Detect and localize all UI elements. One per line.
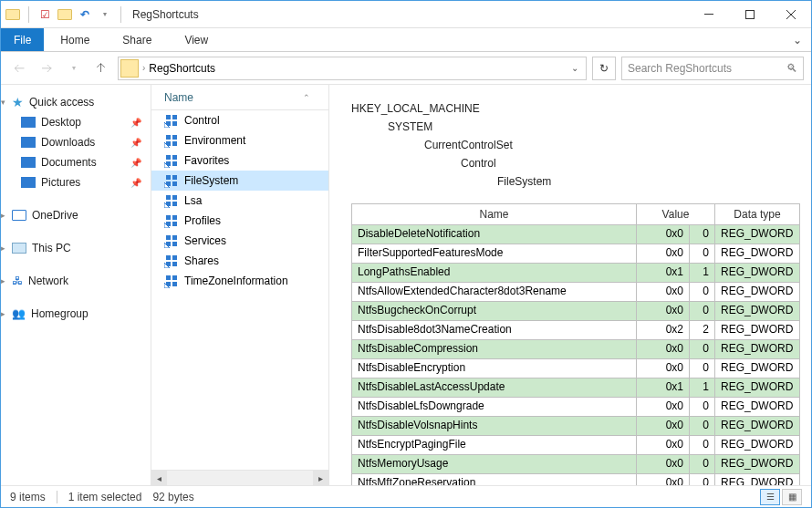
registry-values-table: Name Value Data type DisableDeleteNotifi…: [351, 203, 800, 485]
status-selected-count: 1 item selected: [68, 491, 142, 503]
ribbon-file-tab[interactable]: File: [1, 28, 44, 51]
shortcut-icon: [164, 274, 179, 288]
svg-rect-1: [745, 10, 754, 18]
qat-undo-icon[interactable]: ↶: [77, 6, 93, 23]
table-header-type[interactable]: Data type: [715, 204, 799, 224]
table-row[interactable]: DisableDeleteNotification0x00REG_DWORD: [352, 225, 799, 244]
forward-button[interactable]: 🡢: [36, 57, 57, 79]
svg-rect-7: [172, 121, 177, 126]
expand-icon[interactable]: ▸: [1, 244, 5, 253]
shortcut-icon: [164, 233, 179, 248]
list-item[interactable]: Environment: [151, 130, 328, 150]
expand-icon[interactable]: ▸: [1, 276, 5, 285]
table-row[interactable]: NtfsDisable8dot3NameCreation0x22REG_DWOR…: [352, 321, 799, 340]
nav-this-pc[interactable]: ▸ This PC: [1, 238, 151, 258]
shortcut-icon: [164, 254, 179, 268]
svg-rect-10: [172, 135, 177, 140]
ribbon-tab-share[interactable]: Share: [106, 28, 168, 51]
refresh-button[interactable]: ↻: [592, 57, 616, 80]
expand-icon[interactable]: ▸: [1, 211, 5, 220]
svg-rect-35: [172, 235, 177, 240]
breadcrumb-segment[interactable]: RegShortcuts: [149, 62, 215, 75]
qat-dropdown-icon[interactable]: ▾: [97, 6, 113, 23]
svg-rect-44: [166, 275, 171, 280]
ribbon-expand-icon[interactable]: ⌄: [784, 28, 811, 51]
table-row[interactable]: NtfsEncryptPagingFile0x00REG_DWORD: [352, 436, 799, 455]
nav-onedrive[interactable]: ▸ OneDrive: [1, 205, 151, 225]
column-header-name[interactable]: Name ⌃: [151, 85, 328, 110]
svg-rect-4: [166, 115, 171, 119]
shortcut-icon: [164, 113, 179, 128]
shortcut-icon: [164, 133, 179, 148]
back-button[interactable]: 🡠: [8, 57, 30, 79]
list-item[interactable]: Shares: [151, 251, 328, 271]
star-icon: ★: [12, 95, 24, 109]
table-row[interactable]: NtfsDisableVolsnapHints0x00REG_DWORD: [352, 417, 799, 436]
view-icons-button[interactable]: ▦: [782, 489, 802, 505]
table-row[interactable]: LongPathsEnabled0x11REG_DWORD: [352, 264, 799, 283]
table-row[interactable]: NtfsDisableCompression0x00REG_DWORD: [352, 340, 799, 359]
expand-icon[interactable]: ▸: [1, 309, 5, 318]
table-row[interactable]: NtfsMemoryUsage0x00REG_DWORD: [352, 455, 799, 474]
address-bar[interactable]: › RegShortcuts ⌄: [118, 57, 587, 80]
search-input[interactable]: Search RegShortcuts 🔍︎: [621, 57, 804, 80]
svg-rect-15: [172, 155, 177, 160]
up-button[interactable]: 🡡: [90, 57, 112, 79]
chevron-right-icon[interactable]: ›: [142, 63, 145, 73]
address-dropdown-icon[interactable]: ⌄: [566, 63, 584, 73]
scroll-left-icon[interactable]: ◂: [151, 471, 167, 486]
svg-rect-30: [172, 215, 177, 220]
table-row[interactable]: NtfsAllowExtendedCharacter8dot3Rename0x0…: [352, 283, 799, 302]
table-header-name[interactable]: Name: [352, 204, 637, 224]
status-bar: 9 items 1 item selected 92 bytes ☰ ▦: [1, 485, 811, 507]
table-row[interactable]: NtfsBugcheckOnCorrupt0x00REG_DWORD: [352, 302, 799, 321]
scroll-right-icon[interactable]: ▸: [313, 471, 328, 486]
navigation-pane: ▾ ★ Quick access Desktop📌Downloads📌Docum…: [1, 85, 151, 485]
list-item[interactable]: Control: [151, 110, 328, 130]
svg-rect-45: [172, 275, 177, 280]
table-row[interactable]: NtfsDisableEncryption0x00REG_DWORD: [352, 359, 799, 378]
table-row[interactable]: NtfsMftZoneReservation0x00REG_DWORD: [352, 474, 799, 485]
nav-network[interactable]: ▸ 🖧 Network: [1, 271, 151, 291]
list-item[interactable]: Favorites: [151, 150, 328, 171]
view-details-button[interactable]: ☰: [760, 489, 780, 505]
folder-app-icon: [5, 6, 21, 23]
svg-rect-40: [172, 255, 177, 260]
maximize-button[interactable]: [729, 1, 770, 28]
preview-pane: HKEY_LOCAL_MACHINE SYSTEM CurrentControl…: [329, 85, 811, 485]
table-row[interactable]: NtfsDisableLfsDowngrade0x00REG_DWORD: [352, 398, 799, 417]
file-list-pane: Name ⌃ ControlEnvironmentFavoritesFileSy…: [151, 85, 329, 485]
close-button[interactable]: [770, 1, 811, 28]
recent-dropdown-icon[interactable]: ▾: [63, 57, 85, 79]
ribbon-tab-view[interactable]: View: [168, 28, 224, 51]
table-header-value[interactable]: Value: [637, 204, 715, 224]
qat-newfolder-icon[interactable]: [57, 6, 73, 23]
folder-icon: [21, 177, 36, 188]
list-item[interactable]: Services: [151, 231, 328, 251]
navigation-bar: 🡠 🡢 ▾ 🡡 › RegShortcuts ⌄ ↻ Search RegSho…: [1, 52, 811, 85]
shortcut-icon: [164, 213, 179, 228]
svg-rect-22: [172, 181, 177, 186]
expand-icon[interactable]: ▾: [1, 98, 5, 107]
sort-asc-icon: ⌃: [303, 93, 328, 102]
list-item[interactable]: FileSystem: [151, 171, 328, 191]
pin-icon: 📌: [130, 138, 141, 148]
list-item[interactable]: Lsa: [151, 191, 328, 211]
qat-properties-icon[interactable]: ☑: [36, 6, 53, 23]
svg-rect-27: [172, 202, 177, 206]
minimize-button[interactable]: [688, 1, 729, 28]
nav-quick-item[interactable]: Desktop📌: [1, 112, 151, 132]
ribbon-tab-home[interactable]: Home: [44, 28, 106, 51]
svg-rect-25: [172, 195, 177, 200]
list-item[interactable]: Profiles: [151, 211, 328, 231]
nav-quick-access[interactable]: ▾ ★ Quick access: [1, 92, 151, 112]
svg-rect-0: [704, 14, 713, 15]
horizontal-scrollbar[interactable]: ◂ ▸: [151, 470, 328, 485]
nav-quick-item[interactable]: Downloads📌: [1, 132, 151, 152]
table-row[interactable]: NtfsDisableLastAccessUpdate0x11REG_DWORD: [352, 378, 799, 398]
nav-quick-item[interactable]: Pictures📌: [1, 172, 151, 192]
table-row[interactable]: FilterSupportedFeaturesMode0x00REG_DWORD: [352, 244, 799, 264]
nav-quick-item[interactable]: Documents📌: [1, 152, 151, 172]
nav-homegroup[interactable]: ▸ 👥 Homegroup: [1, 304, 151, 324]
list-item[interactable]: TimeZoneInformation: [151, 271, 328, 291]
